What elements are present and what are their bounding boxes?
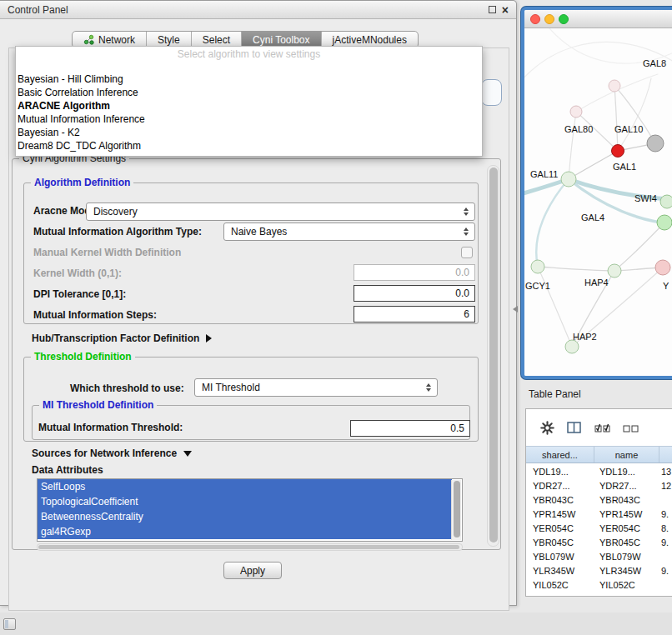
table-row[interactable]: YBR043CYBR043C (526, 492, 672, 507)
mi-algorithm-type-value: Naive Bayes (231, 226, 287, 238)
network-window-titlebar[interactable] (524, 10, 672, 28)
table-cell: 9. (659, 509, 672, 519)
attribute-item-selfloops[interactable]: SelfLoops (38, 479, 452, 494)
algorithm-option-mutual-information-inference[interactable]: Mutual Information Inference (16, 112, 482, 126)
algorithm-option-aracne-algorithm[interactable]: ARACNE Algorithm (16, 99, 482, 112)
attribute-item-betweennesscentrality[interactable]: BetweennessCentrality (38, 509, 452, 524)
hub-definition-toggle[interactable]: Hub/Transcription Factor Definition (32, 332, 212, 344)
network-node-gal10[interactable] (647, 135, 664, 152)
node-label-gal4: GAL4 (581, 212, 604, 222)
table-cell: YBR045C (594, 538, 659, 548)
table-cell: YBR045C (526, 538, 594, 548)
which-threshold-label: Which threshold to use: (70, 382, 184, 394)
network-edge (536, 179, 569, 267)
network-node-node-8[interactable] (655, 260, 670, 275)
table-cell: YER054C (594, 523, 659, 533)
algorithm-placeholder: Select algorithm to view settings (16, 47, 482, 62)
network-canvas[interactable]: GAL8GAL80GAL10GAL11GAL1SWI4GAL4GCY1HAP4Y… (524, 28, 672, 376)
manual-kernel-checkbox[interactable] (461, 247, 473, 258)
close-traffic-light[interactable] (530, 14, 540, 24)
attributes-scrollbar-thumb[interactable] (454, 481, 460, 538)
splitter-collapse-icon[interactable] (513, 306, 518, 312)
network-node-swi4[interactable] (660, 195, 672, 208)
which-threshold-value: MI Threshold (202, 382, 260, 393)
table-cell: 13 (659, 467, 672, 477)
table-row[interactable]: YDR27...YDR27...12 (526, 478, 672, 492)
combo-arrows-icon (426, 383, 431, 392)
table-body: YDL19...YDL19...13YDR27...YDR27...12YBR0… (526, 464, 672, 596)
table-cell: YIL052C (526, 580, 594, 590)
settings-scrollbar-thumb[interactable] (489, 168, 498, 542)
column-header-name[interactable]: name (594, 447, 659, 462)
network-node-hap2[interactable] (565, 340, 579, 353)
table-row[interactable]: YBR045CYBR045C9. (526, 535, 672, 549)
dpi-tolerance-field[interactable]: 0.0 (354, 285, 475, 302)
aracne-mode-select[interactable]: Discovery (86, 202, 475, 221)
select-all-icon[interactable] (594, 422, 610, 434)
table-cell: 9. (659, 566, 672, 576)
gear-icon[interactable] (540, 421, 554, 435)
table-row[interactable]: YDL19...YDL19...13 (526, 464, 672, 478)
node-label-gal80: GAL80 (564, 124, 593, 134)
table-row[interactable]: YER054CYER054C8. (526, 521, 672, 535)
table-cell: YDR27... (594, 481, 659, 491)
network-node-hap4[interactable] (608, 264, 621, 278)
network-node-gal11[interactable] (561, 172, 576, 187)
sources-toggle[interactable]: Sources for Network Inference (32, 448, 192, 459)
table-row[interactable]: YPR145WYPR145W9. (526, 507, 672, 521)
minimize-traffic-light[interactable] (544, 14, 554, 24)
network-node-node-6[interactable] (657, 215, 672, 230)
close-icon[interactable]: × (502, 6, 509, 14)
network-node-gcy1[interactable] (531, 260, 544, 273)
mi-steps-field[interactable]: 6 (354, 306, 475, 322)
column-header-shared[interactable]: shared... (526, 447, 594, 462)
network-view-window[interactable]: GAL8GAL80GAL10GAL11GAL1SWI4GAL4GCY1HAP4Y… (521, 7, 672, 379)
columns-icon[interactable] (567, 421, 582, 434)
attributes-hscrollbar-thumb[interactable] (38, 545, 459, 549)
network-node-node-2[interactable] (609, 80, 620, 92)
kernel-width-field[interactable]: 0.0 (354, 264, 475, 281)
tab-label: Style (158, 34, 180, 46)
table-row[interactable]: YBL079WYBL079W (526, 549, 672, 563)
table-cell: YDR27... (526, 481, 594, 491)
mi-threshold-label: Mutual Information Threshold: (38, 422, 183, 433)
table-cell: YDL19... (594, 467, 659, 477)
kernel-width-label: Kernel Width (0,1): (33, 268, 122, 279)
table-cell: YBR043C (594, 495, 659, 505)
sources-label: Sources for Network Inference (32, 448, 177, 459)
algorithm-option-dream8-dc-tdc-algorithm[interactable]: Dream8 DC_TDC Algorithm (16, 139, 482, 152)
network-node-gal1[interactable] (612, 145, 624, 158)
mi-algorithm-type-label: Mutual Information Algorithm Type: (33, 226, 202, 238)
deselect-all-icon[interactable] (623, 422, 639, 434)
column-header-extra[interactable] (659, 447, 672, 462)
collapsed-arrow-icon (206, 334, 212, 342)
table-cell: 8. (659, 523, 672, 533)
table-row[interactable]: YLR345WYLR345W9. (526, 563, 672, 578)
apply-button[interactable]: Apply (223, 562, 282, 579)
table-cell: YPR145W (526, 509, 594, 519)
hub-definition-label: Hub/Transcription Factor Definition (32, 332, 199, 344)
attribute-item-topologicalcoefficient[interactable]: TopologicalCoefficient (38, 494, 452, 509)
network-edge (538, 267, 614, 271)
mi-steps-label: Mutual Information Steps: (33, 309, 157, 321)
data-attributes-list[interactable]: SelfLoopsTopologicalCoefficientBetweenne… (37, 478, 463, 542)
mi-threshold-field[interactable]: 0.5 (350, 420, 470, 437)
mi-algorithm-type-select[interactable]: Naive Bayes (223, 222, 475, 241)
algorithm-option-bayesian-k2[interactable]: Bayesian - K2 (16, 126, 482, 139)
float-window-icon[interactable] (489, 6, 496, 13)
table-row[interactable]: YIL052CYIL052C (526, 578, 672, 592)
network-edge (614, 86, 618, 151)
table-cell: 12 (659, 481, 672, 491)
network-node-node-1[interactable] (570, 106, 582, 118)
which-threshold-select[interactable]: MI Threshold (194, 378, 438, 397)
control-panel-titlebar[interactable]: Control Panel × (0, 1, 516, 19)
table-cell: YER054C (526, 523, 594, 533)
zoom-traffic-light[interactable] (559, 14, 569, 24)
algorithm-option-basic-correlation-inference[interactable]: Basic Correlation Inference (16, 86, 482, 99)
attribute-item-gal4rgexp[interactable]: gal4RGexp (38, 524, 452, 539)
network-edge (569, 151, 618, 179)
algorithm-option-bayesian-hill-climbing[interactable]: Bayesian - Hill Climbing (16, 72, 482, 86)
panel-toggle-icon[interactable] (3, 618, 16, 630)
node-label-hap2: HAP2 (573, 332, 597, 342)
network-edge (576, 74, 658, 112)
